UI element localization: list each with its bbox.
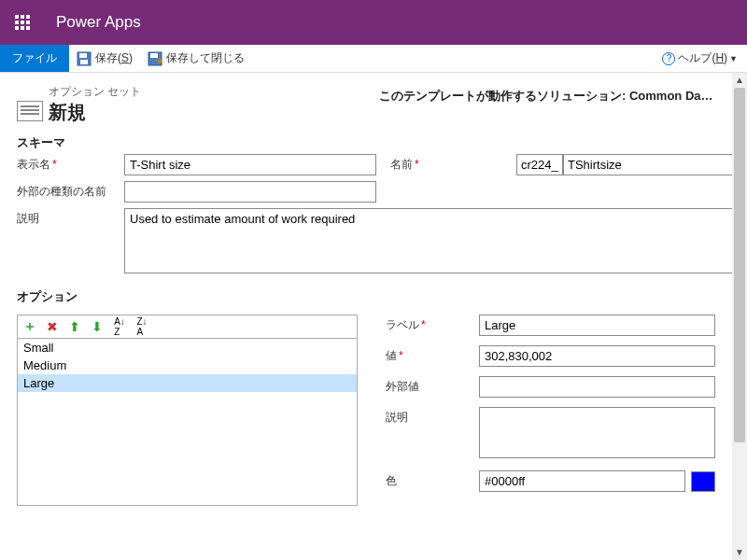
- arrow-down-icon: ⬇: [92, 319, 103, 334]
- display-name-input[interactable]: [124, 154, 376, 175]
- delete-option-button[interactable]: ✖: [44, 318, 61, 335]
- move-up-button[interactable]: ⬆: [66, 318, 83, 335]
- options-heading: オプション: [17, 288, 715, 305]
- sort-desc-button[interactable]: Z↓A: [134, 318, 150, 335]
- option-description-input[interactable]: [479, 407, 715, 458]
- external-name-input[interactable]: [124, 181, 376, 203]
- chevron-down-icon: ▼: [729, 54, 738, 63]
- description-label: 説明: [17, 208, 110, 227]
- option-item[interactable]: Large: [18, 374, 357, 392]
- app-title: Power Apps: [45, 13, 141, 32]
- option-detail-panel: ラベル* 値* 外部値 説明 色: [386, 315, 715, 506]
- option-label-label: ラベル*: [386, 315, 479, 333]
- option-item[interactable]: Medium: [18, 357, 357, 374]
- help-label: ヘルプ(H): [678, 50, 727, 66]
- option-value-label: 値*: [386, 345, 479, 364]
- sort-desc-icon: Z↓A: [136, 316, 147, 337]
- save-button[interactable]: 保存(S): [69, 45, 140, 72]
- file-tab[interactable]: ファイル: [0, 45, 69, 72]
- options-toolbar: ＋ ✖ ⬆ ⬇ A↓Z Z↓A: [17, 315, 358, 338]
- name-prefix-input[interactable]: [516, 154, 563, 175]
- scroll-thumb[interactable]: [734, 88, 745, 442]
- save-close-icon: [148, 51, 162, 66]
- name-input-group: [516, 154, 732, 175]
- display-name-label: 表示名*: [17, 154, 110, 173]
- schema-heading: スキーマ: [17, 134, 715, 151]
- svg-rect-1: [79, 53, 87, 58]
- app-launcher-button[interactable]: [0, 0, 45, 45]
- ribbon: ファイル 保存(S) 保存して閉じる ? ヘルプ(H) ▼: [0, 45, 747, 73]
- option-external-value-input[interactable]: [479, 376, 715, 398]
- scroll-up-button[interactable]: ▲: [732, 73, 747, 88]
- title-bar: Power Apps: [0, 0, 747, 45]
- external-name-label: 外部の種類の名前: [17, 181, 110, 200]
- option-description-label: 説明: [386, 407, 479, 426]
- move-down-button[interactable]: ⬇: [89, 318, 106, 335]
- arrow-up-icon: ⬆: [69, 319, 80, 334]
- plus-icon: ＋: [23, 318, 36, 335]
- sort-asc-icon: A↓Z: [114, 316, 125, 337]
- option-item[interactable]: Small: [18, 339, 357, 357]
- option-value-input[interactable]: [479, 345, 715, 367]
- option-label-input[interactable]: [479, 315, 715, 336]
- svg-rect-4: [150, 53, 158, 58]
- delete-icon: ✖: [47, 319, 58, 334]
- name-label: 名前*: [390, 154, 502, 173]
- save-icon: [77, 51, 92, 66]
- color-swatch[interactable]: [691, 471, 715, 492]
- waffle-icon: [15, 15, 30, 30]
- option-color-input[interactable]: [479, 470, 685, 492]
- help-icon: ?: [662, 52, 675, 65]
- sort-asc-button[interactable]: A↓Z: [111, 318, 128, 335]
- save-and-close-button[interactable]: 保存して閉じる: [140, 45, 252, 72]
- name-suffix-input[interactable]: [563, 154, 732, 175]
- scroll-down-button[interactable]: ▼: [732, 545, 747, 560]
- solution-context-label: このテンプレートが動作するソリューション: Common Data Servic…: [379, 82, 715, 105]
- vertical-scrollbar[interactable]: ▲ ▼: [732, 73, 747, 560]
- option-external-value-label: 外部値: [386, 376, 479, 395]
- record-name: 新規: [49, 100, 379, 125]
- content-area: オプション セット 新規 このテンプレートが動作するソリューション: Commo…: [0, 73, 732, 560]
- help-button[interactable]: ? ヘルプ(H) ▼: [653, 45, 747, 72]
- description-input[interactable]: Used to estimate amount of work required: [124, 208, 732, 273]
- record-type-label: オプション セット: [49, 82, 379, 100]
- options-list[interactable]: Small Medium Large: [17, 338, 358, 506]
- svg-rect-2: [80, 60, 88, 64]
- optionset-icon: [17, 101, 43, 121]
- save-close-label: 保存して閉じる: [166, 50, 245, 66]
- add-option-button[interactable]: ＋: [21, 318, 38, 335]
- option-color-label: 色: [386, 470, 479, 489]
- save-label: 保存(S): [95, 50, 133, 66]
